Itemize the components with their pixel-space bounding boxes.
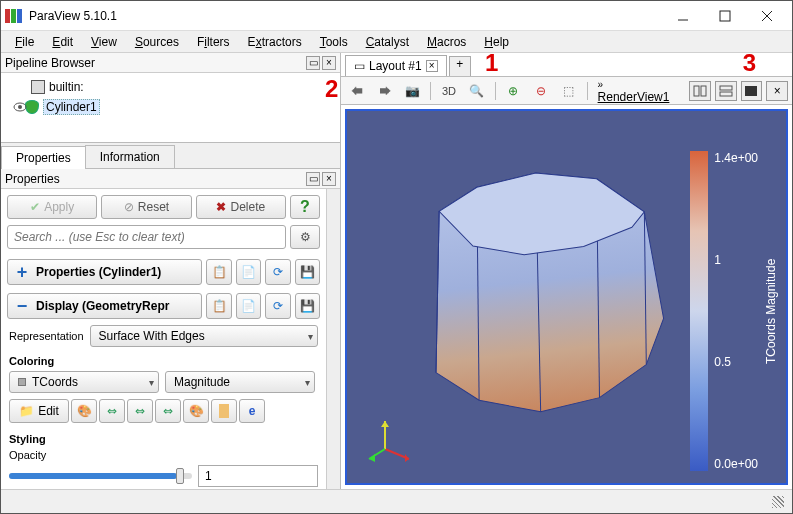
pipeline-close-icon[interactable]: × <box>322 56 336 70</box>
svg-point-8 <box>18 105 22 109</box>
chevron-down-icon: ▾ <box>149 377 154 388</box>
split-horizontal-button[interactable] <box>689 81 711 101</box>
select-cells-button[interactable]: ⊕ <box>501 80 525 102</box>
reset-camera-button[interactable]: 🔍 <box>465 80 489 102</box>
coloring-component-combo[interactable]: Magnitude ▾ <box>165 371 315 393</box>
menu-edit[interactable]: Edit <box>44 33 81 51</box>
renderview-label[interactable]: » RenderView1 <box>598 78 677 104</box>
rescale-visible-button[interactable]: ⇔ <box>155 399 181 423</box>
visibility-eye-icon[interactable] <box>11 98 29 116</box>
deselect-cells-button[interactable]: ⊖ <box>529 80 553 102</box>
scalar-bar-icon: 🎨 <box>77 404 92 418</box>
show-scalar-bar-button[interactable]: 🎨 <box>71 399 97 423</box>
annotation-2: 2 <box>325 75 338 103</box>
expand-plus-icon: + <box>14 262 30 283</box>
menu-file[interactable]: File <box>7 33 42 51</box>
menu-macros[interactable]: Macros <box>419 33 474 51</box>
help-button[interactable]: ? <box>290 195 320 219</box>
edit-colormap-button[interactable]: 📁 Edit <box>9 399 69 423</box>
scalar-bar-gradient <box>690 151 708 471</box>
copy-display-button[interactable]: 📋 <box>206 293 231 319</box>
left-panel: Pipeline Browser ▭ × builtin: Cylinder1 … <box>1 53 341 489</box>
layout-tab-icon: ▭ <box>354 59 365 73</box>
paste-button[interactable]: 📄 <box>236 259 261 285</box>
resize-grip-icon[interactable] <box>772 496 784 508</box>
use-separate-colormap-button[interactable] <box>211 399 237 423</box>
opacity-value-input[interactable]: 1 <box>198 465 318 487</box>
select-minus-icon: ⊖ <box>536 84 546 98</box>
close-button[interactable] <box>746 2 788 30</box>
layout-tab-1[interactable]: ▭ Layout #1 × <box>345 55 447 76</box>
menu-tools[interactable]: Tools <box>312 33 356 51</box>
apply-button[interactable]: ✔ Apply <box>7 195 97 219</box>
layout-tab-close-icon[interactable]: × <box>426 60 438 72</box>
copy-button[interactable]: 📋 <box>206 259 231 285</box>
collapse-minus-icon: − <box>14 296 30 317</box>
properties-close-icon[interactable]: × <box>322 172 336 186</box>
scalar-bar[interactable]: 1.4e+00 1 0.5 0.0e+00 TCoords Magnitude <box>690 151 778 471</box>
tab-properties[interactable]: Properties <box>1 146 86 169</box>
reload-display-button[interactable]: ⟳ <box>265 293 290 319</box>
save-icon: 💾 <box>300 299 315 313</box>
reset-cancel-icon: ⊘ <box>124 200 134 214</box>
forward-nav-button[interactable]: 🡆 <box>373 80 397 102</box>
pipeline-server-row[interactable]: builtin: <box>7 77 334 97</box>
layout-add-button[interactable]: + <box>449 56 471 76</box>
svg-rect-10 <box>701 86 706 96</box>
close-view-button[interactable]: × <box>766 81 788 101</box>
cylinder-geometry <box>392 118 692 445</box>
properties-settings-button[interactable]: ⚙ <box>290 225 320 249</box>
rescale-temporal-button[interactable]: 🎨 <box>183 399 209 423</box>
reload-icon: ⟳ <box>273 265 283 279</box>
maximize-view-button[interactable] <box>741 81 763 101</box>
save-display-button[interactable]: 💾 <box>295 293 320 319</box>
delete-button[interactable]: ✖ Delete <box>196 195 286 219</box>
split-vertical-button[interactable] <box>715 81 737 101</box>
menu-filters[interactable]: Filters <box>189 33 238 51</box>
tab-information[interactable]: Information <box>85 145 175 168</box>
properties-scrollbar[interactable] <box>326 189 340 489</box>
pipeline-server-label: builtin: <box>49 80 84 94</box>
annotation-1: 1 <box>485 49 498 77</box>
status-bar <box>1 489 792 513</box>
maximize-button[interactable] <box>704 2 746 30</box>
back-nav-button[interactable]: 🡄 <box>345 80 369 102</box>
menubar: File Edit View Sources Filters Extractor… <box>1 31 792 53</box>
paste-display-button[interactable]: 📄 <box>236 293 261 319</box>
section-properties-toggle[interactable]: + Properties (Cylinder1) <box>7 259 202 285</box>
menu-catalyst[interactable]: Catalyst <box>358 33 417 51</box>
pipeline-tree[interactable]: builtin: Cylinder1 <box>1 73 340 143</box>
point-data-icon <box>18 378 26 386</box>
save-icon: 💾 <box>300 265 315 279</box>
save-button[interactable]: 💾 <box>295 259 320 285</box>
representation-combo[interactable]: Surface With Edges ▾ <box>90 325 318 347</box>
menu-sources[interactable]: Sources <box>127 33 187 51</box>
screenshot-button[interactable]: 📷 <box>400 80 424 102</box>
rescale-custom-button[interactable]: ⇔ <box>127 399 153 423</box>
menu-help[interactable]: Help <box>476 33 517 51</box>
opacity-slider[interactable] <box>9 473 192 479</box>
pipeline-float-icon[interactable]: ▭ <box>306 56 320 70</box>
rescale-visible-icon: ⇔ <box>163 404 173 418</box>
chevron-down-icon: ▾ <box>305 377 310 388</box>
rescale-data-button[interactable]: ⇔ <box>99 399 125 423</box>
pipeline-title: Pipeline Browser <box>5 56 95 70</box>
coloring-array-combo[interactable]: TCoords ▾ <box>9 371 159 393</box>
interaction-mode-button[interactable]: 3D <box>437 80 461 102</box>
menu-view[interactable]: View <box>83 33 125 51</box>
properties-header: Properties ▭ × <box>1 169 340 189</box>
reload-button[interactable]: ⟳ <box>265 259 290 285</box>
reset-button[interactable]: ⊘ Reset <box>101 195 191 219</box>
menu-extractors[interactable]: Extractors <box>240 33 310 51</box>
properties-search-input[interactable] <box>7 225 286 249</box>
choose-colormap-button[interactable]: e <box>239 399 265 423</box>
app-logo-icon <box>5 9 23 23</box>
minimize-button[interactable] <box>662 2 704 30</box>
select-points-button[interactable]: ⬚ <box>557 80 581 102</box>
coloring-heading: Coloring <box>1 349 326 369</box>
properties-float-icon[interactable]: ▭ <box>306 172 320 186</box>
pipeline-item-cylinder[interactable]: Cylinder1 <box>7 97 334 117</box>
render-view[interactable]: 1.4e+00 1 0.5 0.0e+00 TCoords Magnitude <box>345 109 788 485</box>
svg-rect-1 <box>11 9 16 23</box>
section-display-toggle[interactable]: − Display (GeometryRepr <box>7 293 202 319</box>
